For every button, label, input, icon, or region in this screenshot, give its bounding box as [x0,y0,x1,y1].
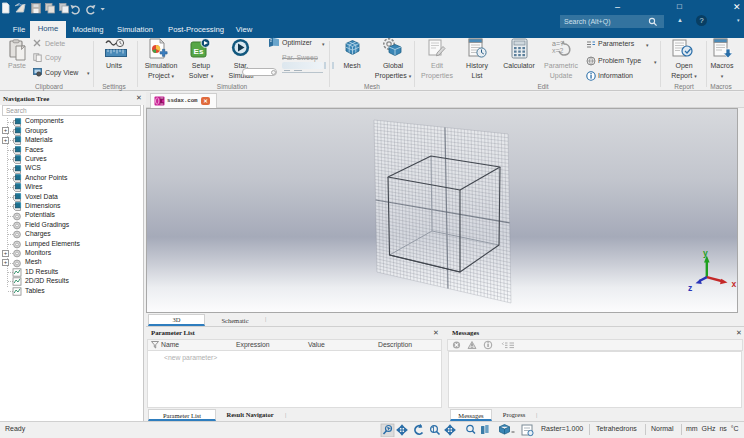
svg-text:Es: Es [194,47,204,56]
svg-text:y: y [703,248,708,258]
svg-text:x=2: x=2 [552,47,564,54]
svg-text:z: z [688,283,692,293]
svg-text:x: x [732,279,737,289]
